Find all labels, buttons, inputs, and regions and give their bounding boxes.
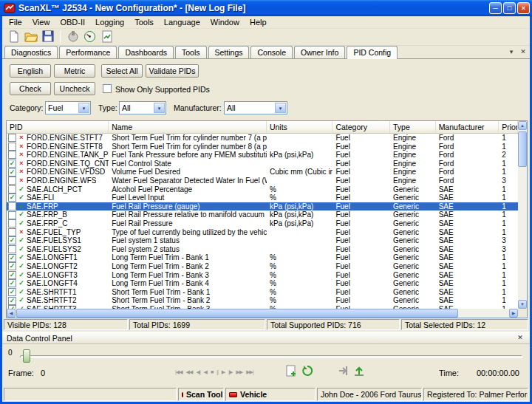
tab-owner-info[interactable]: Owner Info <box>294 46 345 58</box>
scroll-down-icon[interactable]: ▼ <box>518 300 527 309</box>
fast-forward-button[interactable]: ▶▶ <box>234 367 244 377</box>
menu-item-obd-ii[interactable]: OBD-II <box>55 17 90 27</box>
english-button[interactable]: English <box>10 64 51 78</box>
tab-console[interactable]: Console <box>250 46 293 58</box>
toolbar-new-file-button[interactable] <box>5 30 22 45</box>
import-log-button[interactable] <box>352 365 366 378</box>
table-row[interactable]: ✓×FORD.ENGINE.VFDSDVolume Fuel DesiredCu… <box>7 168 518 177</box>
toolbar-connect-button[interactable] <box>64 30 81 45</box>
tab-pid-config[interactable]: PID Config <box>347 46 398 59</box>
step-forward-button[interactable]: |▶ <box>227 367 233 377</box>
pid-checkbox[interactable] <box>8 245 16 253</box>
rewind-button[interactable]: ◀◀ <box>185 367 194 377</box>
select-all-button[interactable]: Select All <box>101 64 143 78</box>
pid-checkbox[interactable]: ✓ <box>8 271 16 279</box>
scroll-up-icon[interactable]: ▲ <box>518 121 527 130</box>
metric-button[interactable]: Metric <box>54 64 95 78</box>
tab-tools[interactable]: Tools <box>175 46 207 58</box>
manufacturer-select[interactable]: All ▼ <box>224 101 287 114</box>
pid-checkbox[interactable]: ✓ <box>8 160 16 168</box>
scroll-right-icon[interactable]: ▶ <box>509 309 518 318</box>
pid-checkbox[interactable] <box>8 177 16 185</box>
table-row[interactable]: ✓SAE.ALCH_PCTAlcohol Fuel Percentage%Fue… <box>7 185 518 194</box>
table-row[interactable]: ✓✓SAE.LONGFT3Long Term Fuel Trim - Bank … <box>7 271 518 280</box>
close-button[interactable]: × <box>517 2 530 14</box>
pid-checkbox[interactable] <box>8 134 16 142</box>
pid-checkbox[interactable] <box>8 228 16 236</box>
toolbar-gauges-button[interactable] <box>81 30 98 45</box>
toolbar-open-file-button[interactable] <box>22 30 39 45</box>
pid-checkbox[interactable] <box>8 143 16 151</box>
table-row[interactable]: ✓SAE.FRP_CFuel Rail PressurekPa (psi,kPa… <box>7 219 518 228</box>
tab-settings[interactable]: Settings <box>208 46 250 58</box>
category-select[interactable]: Fuel ▼ <box>45 101 91 114</box>
playback-slider-track[interactable] <box>20 355 522 358</box>
column-header-type[interactable]: Type <box>390 121 436 133</box>
menu-item-tools[interactable]: Tools <box>129 17 159 27</box>
column-header-units[interactable]: Units <box>267 121 332 133</box>
horizontal-scroll-thumb[interactable] <box>16 309 458 318</box>
type-select[interactable]: All ▼ <box>119 101 166 114</box>
table-row[interactable]: ✓✓SAE.LONGFT1Long Term Fuel Trim - Bank … <box>7 253 518 262</box>
playback-slider-thumb[interactable] <box>23 349 30 363</box>
table-row[interactable]: ✓✓SAE.SHRTFT1Short Term Fuel Trim - Bank… <box>7 288 518 297</box>
pid-checkbox[interactable]: ✓ <box>8 236 16 244</box>
open-log-button[interactable] <box>301 365 314 378</box>
pid-checkbox[interactable]: ✓ <box>8 288 16 296</box>
table-row[interactable]: ✓SAE.FRPFuel Rail Pressure (gauge)kPa (p… <box>7 202 518 211</box>
table-row[interactable]: ✓✓SAE.SHRTFT2Short Term Fuel Trim - Bank… <box>7 296 518 305</box>
play-reverse-button[interactable]: ◀ <box>202 367 208 377</box>
column-header-pid[interactable]: PID <box>7 121 109 133</box>
pid-checkbox[interactable] <box>8 151 16 159</box>
skip-end-button[interactable]: ▶▶| <box>245 367 255 377</box>
menu-item-help[interactable]: Help <box>245 17 272 27</box>
pause-button[interactable]: || <box>215 367 219 377</box>
step-back-button[interactable]: ◀| <box>194 367 201 377</box>
export-log-button[interactable] <box>336 365 349 378</box>
table-row[interactable]: ×FORD.ENGINE.STFT7Short Term Fuel Trim f… <box>7 134 518 143</box>
menu-item-language[interactable]: Language <box>159 17 205 27</box>
vertical-scroll-thumb[interactable] <box>518 131 527 167</box>
stop-button[interactable]: ■ <box>209 367 214 377</box>
show-only-supported-checkbox[interactable] <box>103 84 112 93</box>
pid-checkbox[interactable] <box>8 202 16 210</box>
table-row[interactable]: ✓✓SAE.LONGFT4Long Term Fuel Trim - Bank … <box>7 279 518 288</box>
chevron-down-icon[interactable]: ▼ <box>154 103 165 113</box>
tab-dashboards[interactable]: Dashboards <box>118 46 174 58</box>
pid-checkbox[interactable]: ✓ <box>8 168 16 177</box>
close-icon[interactable]: ✕ <box>515 333 525 343</box>
pid-checkbox[interactable] <box>8 219 16 227</box>
play-button[interactable]: ▶ <box>220 367 226 377</box>
menu-item-logging[interactable]: Logging <box>90 17 129 27</box>
menu-item-window[interactable]: Window <box>205 17 245 27</box>
pid-checkbox[interactable]: ✓ <box>8 254 16 262</box>
column-header-name[interactable]: Name <box>109 121 267 133</box>
table-row[interactable]: ×FORD.ENGINE.TANK_PRESFuel Tank Pressure… <box>7 151 518 160</box>
pid-checkbox[interactable]: ✓ <box>8 297 16 305</box>
maximize-button[interactable]: □ <box>503 2 516 14</box>
menu-item-view[interactable]: View <box>27 17 55 27</box>
tab-performance[interactable]: Performance <box>59 46 117 58</box>
table-row[interactable]: ✓✓SAE.FLIFuel Level Input%FuelGenericSAE… <box>7 194 518 202</box>
table-row[interactable]: ×FORD.ENGINE.WFSWater Fuel Separator Det… <box>7 177 518 185</box>
table-row[interactable]: ×FORD.ENGINE.STFT8Short Term Fuel Trim f… <box>7 143 518 151</box>
table-row[interactable]: ×SAE.FUEL_TYPType of fuel currently bein… <box>7 228 518 237</box>
table-row[interactable]: ✓SAE.FUELSYS2Fuel system 2 statusFuelGen… <box>7 245 518 254</box>
horizontal-scrollbar[interactable]: ◀ ▶ <box>7 309 518 318</box>
tab-diagnostics[interactable]: Diagnostics <box>4 46 58 58</box>
toolbar-save-file-button[interactable] <box>39 30 56 45</box>
column-header-manufacturer[interactable]: Manufacturer <box>436 121 499 133</box>
scroll-left-icon[interactable]: ◀ <box>7 309 16 318</box>
chevron-down-icon[interactable]: ▼ <box>275 103 286 113</box>
table-row[interactable]: ✓✓SAE.FUELSYS1Fuel system 1 statusFuelGe… <box>7 236 518 245</box>
table-row[interactable]: ✓SAE.FRP_BFuel Rail Pressure relative to… <box>7 210 518 219</box>
minimize-button[interactable]: ─ <box>489 2 502 14</box>
pid-checkbox[interactable]: ✓ <box>8 262 16 270</box>
pid-checkbox[interactable]: ✓ <box>8 194 16 202</box>
column-header-prior-[interactable]: Prior... <box>499 121 518 133</box>
uncheck-button[interactable]: Uncheck <box>54 82 95 95</box>
table-row[interactable]: ✓×FORD.ENGINE.TQ_CNTLFuel Control StateF… <box>7 160 518 168</box>
table-row[interactable]: ✓✓SAE.LONGFT2Long Term Fuel Trim - Bank … <box>7 262 518 271</box>
new-log-button[interactable] <box>284 365 298 378</box>
menu-item-file[interactable]: File <box>4 17 27 27</box>
